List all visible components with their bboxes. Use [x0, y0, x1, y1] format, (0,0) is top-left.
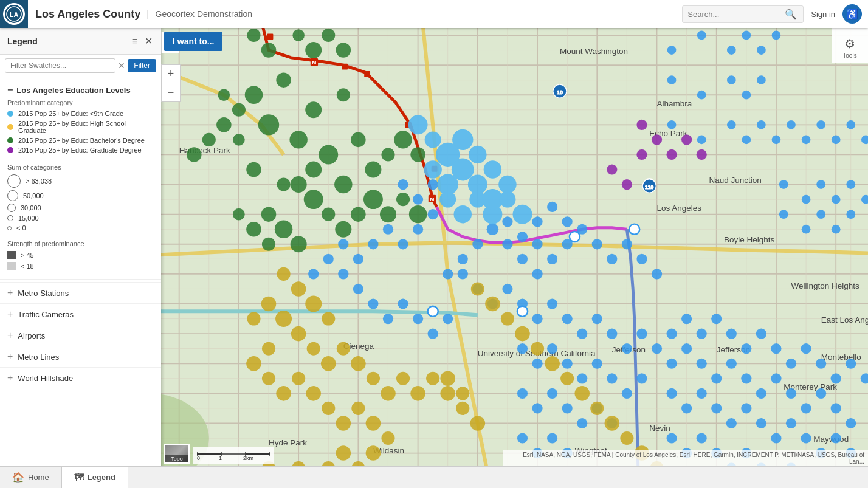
- svg-point-244: [772, 31, 781, 40]
- svg-point-204: [697, 388, 707, 399]
- svg-point-318: [336, 43, 351, 58]
- map-container[interactable]: West Hollywood Hancock Park Park La Brea…: [0, 28, 868, 488]
- svg-point-275: [353, 284, 363, 294]
- airports-layer[interactable]: + Airports: [0, 325, 161, 346]
- legend-item-0: 2015 Pop 25+ by Educ: <9th Grade: [7, 109, 154, 119]
- filter-area: ✕ Filter: [0, 55, 161, 77]
- svg-point-355: [351, 402, 365, 415]
- svg-point-125: [443, 269, 453, 279]
- legend-tab[interactable]: 🗺 Legend: [62, 467, 128, 488]
- metro-stations-layer[interactable]: + Metro Stations: [0, 282, 161, 303]
- panel-menu-button[interactable]: ≡: [131, 35, 139, 48]
- legend-tab-label: Legend: [88, 473, 115, 482]
- svg-point-206: [726, 418, 737, 428]
- metro-stations-label: Metro Stations: [18, 289, 69, 298]
- home-tab[interactable]: 🏠 Home: [0, 467, 62, 488]
- zoom-out-button[interactable]: −: [162, 83, 180, 101]
- traffic-cameras-layer[interactable]: + Traffic Cameras: [0, 303, 161, 325]
- svg-text:0: 0: [197, 455, 200, 460]
- svg-point-331: [275, 311, 292, 327]
- svg-point-157: [726, 329, 737, 339]
- svg-text:M: M: [312, 60, 316, 66]
- panel-close-button[interactable]: ✕: [143, 34, 154, 48]
- svg-point-332: [291, 326, 306, 342]
- metro-lines-label: Metro Lines: [18, 352, 59, 362]
- svg-point-174: [802, 225, 811, 234]
- svg-point-306: [291, 176, 307, 193]
- svg-point-333: [307, 342, 320, 356]
- svg-point-345: [456, 387, 469, 400]
- svg-text:Nevin: Nevin: [649, 424, 670, 433]
- scale-bar: 0 1 2km: [193, 447, 274, 464]
- svg-point-395: [498, 176, 516, 193]
- svg-point-167: [779, 180, 788, 189]
- metro-lines-layer[interactable]: + Metro Lines: [0, 346, 161, 367]
- sum-circle-3: [7, 215, 13, 221]
- filter-clear-button[interactable]: ✕: [118, 61, 125, 70]
- svg-point-240: [697, 31, 706, 40]
- app-subtitle: Geocortex Demonstration: [156, 9, 253, 19]
- svg-point-305: [304, 190, 323, 209]
- svg-point-348: [246, 356, 261, 371]
- search-input[interactable]: [687, 10, 785, 19]
- svg-point-124: [458, 254, 468, 264]
- sign-in-link[interactable]: Sign in: [811, 10, 835, 19]
- svg-point-368: [485, 297, 500, 312]
- svg-point-358: [366, 445, 381, 461]
- svg-point-351: [292, 372, 305, 385]
- svg-text:1: 1: [219, 455, 222, 460]
- svg-point-215: [666, 433, 677, 443]
- svg-point-346: [440, 371, 455, 387]
- svg-point-239: [667, 46, 677, 55]
- accessibility-button[interactable]: ♿: [842, 4, 862, 24]
- svg-point-367: [471, 282, 484, 295]
- metro-stations-expand-icon: +: [7, 287, 13, 298]
- svg-point-140: [666, 359, 677, 369]
- svg-point-375: [590, 402, 604, 415]
- svg-point-319: [218, 89, 230, 101]
- svg-point-241: [727, 46, 736, 55]
- svg-point-119: [607, 254, 617, 264]
- sum-circle-2: [7, 204, 16, 212]
- svg-point-110: [532, 239, 542, 249]
- legend-text-3: 2015 Pop 25+ by Educ: Graduate Degree: [18, 146, 142, 154]
- education-section-header[interactable]: − Los Angeles Education Levels: [7, 82, 154, 98]
- svg-point-374: [574, 386, 590, 401]
- world-hillshade-layer[interactable]: + World Hillshade: [0, 367, 161, 388]
- svg-point-156: [711, 314, 722, 324]
- sum-text-3: 15,000: [18, 215, 39, 222]
- basemap-thumbnail[interactable]: Topo: [164, 444, 190, 464]
- svg-point-356: [366, 416, 381, 431]
- svg-point-131: [532, 314, 542, 324]
- tools-label: Tools: [842, 52, 856, 59]
- svg-point-253: [742, 136, 751, 145]
- search-area[interactable]: 🔍: [682, 5, 804, 23]
- iwant-button[interactable]: I want to...: [164, 32, 222, 51]
- zoom-in-button[interactable]: +: [162, 65, 180, 83]
- svg-point-138: [636, 329, 647, 339]
- filter-input[interactable]: [5, 58, 115, 73]
- basemap-selector[interactable]: Topo: [164, 444, 190, 464]
- svg-point-182: [577, 373, 587, 383]
- search-icon[interactable]: 🔍: [785, 9, 797, 20]
- svg-point-213: [831, 433, 841, 443]
- svg-point-357: [381, 431, 394, 445]
- svg-point-247: [727, 75, 736, 84]
- svg-text:Los Angeles: Los Angeles: [657, 204, 702, 213]
- svg-point-109: [562, 216, 573, 227]
- strength-label: Strength of predominance: [7, 240, 154, 250]
- legend-item-2: 2015 Pop 25+ by Educ: Bachelor's Degree: [7, 136, 154, 145]
- traffic-cameras-label: Traffic Cameras: [18, 310, 74, 319]
- filter-button[interactable]: Filter: [128, 59, 156, 72]
- svg-point-323: [202, 133, 216, 146]
- svg-point-205: [711, 403, 722, 413]
- svg-point-350: [276, 386, 291, 401]
- svg-point-132: [547, 298, 557, 309]
- svg-point-169: [816, 180, 825, 189]
- svg-point-264: [398, 179, 408, 190]
- svg-point-191: [577, 418, 587, 428]
- svg-text:LA: LA: [10, 11, 19, 18]
- home-label: Home: [28, 473, 49, 482]
- tools-button[interactable]: ⚙ Tools: [835, 33, 864, 62]
- svg-point-183: [592, 359, 602, 369]
